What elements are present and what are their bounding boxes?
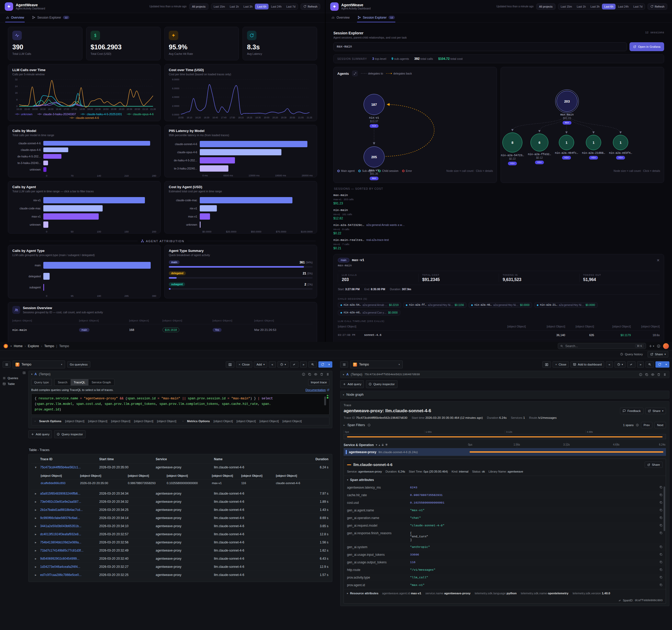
agent-node[interactable]: 203 xyxy=(556,91,577,112)
session-overview-row[interactable]: nix-main main 168 $16.1618 Yes Mar 20 21… xyxy=(12,324,313,335)
trace-row[interactable]: ▸ dc4013f51924f3eafaf932e8... 2026-03-20… xyxy=(31,530,330,538)
trace-id-link[interactable]: 71bd7c174149b85c77c81d3f... xyxy=(40,549,99,552)
avatar[interactable] xyxy=(663,343,669,349)
span-duration-bar[interactable] xyxy=(470,451,663,453)
range-button-last-7d[interactable]: Last 7d xyxy=(284,4,298,9)
session-tree-canvas[interactable]: 203max-main$91.23max8nix-a2a-54723…$0.22… xyxy=(505,78,660,168)
copy-icon[interactable] xyxy=(659,486,663,489)
agent-node[interactable]: 187 xyxy=(364,94,385,115)
bar-row[interactable]: nix-v1 xyxy=(12,196,156,204)
copy-icon[interactable] xyxy=(659,524,663,528)
help-icon[interactable] xyxy=(657,344,661,348)
query-history-button[interactable]: Query history xyxy=(617,351,645,357)
expand-row-icon[interactable]: ▸ xyxy=(31,500,40,504)
agent-node[interactable]: 1 xyxy=(586,135,601,150)
add-button[interactable]: Add▾ xyxy=(254,361,267,368)
trace-id-link[interactable]: dc4013f51924f3eafaf932e8... xyxy=(40,532,99,536)
expand-row-icon[interactable]: ▸ xyxy=(31,549,40,552)
add-query-button[interactable]: Add query xyxy=(340,380,364,388)
split-pane-button[interactable] xyxy=(226,361,234,368)
trace-row[interactable]: ▸ 9c990f66cfabe56f376c6ad... 2026-03-20 … xyxy=(31,514,330,522)
expand-all-icon[interactable]: ▴ xyxy=(379,444,380,446)
session-row[interactable]: nix-a2a-5472329c…a2a:general:Arnab wants… xyxy=(333,222,664,235)
attribute-row[interactable]: gen_ai.usage.output_tokens 116 xyxy=(344,559,666,566)
agent-node[interactable]: 1 xyxy=(613,135,628,150)
attribute-row[interactable]: gen_ai.operation.name "chat" xyxy=(344,514,666,522)
expand-row-icon[interactable]: ▸ xyxy=(31,532,40,536)
sidebar-item[interactable]: Queries xyxy=(3,377,26,380)
attribute-row[interactable]: cache.hit_rate 0.9867880735582931 xyxy=(344,492,666,499)
child-session-chip[interactable]: nix-a2a-46…a2a:general:Hey Ni…$0.0000 xyxy=(469,302,532,308)
timeline-row[interactable]: 03:27:27 PM sonnet-4.6 36,844 52 $0.1113… xyxy=(338,340,660,342)
trace-row[interactable]: ▸ a5a915f654839063244ffb6... 2026-03-20 … xyxy=(31,489,330,498)
span-id-link[interactable]: dcaffe8de866c893 xyxy=(41,481,80,485)
all-projects-button[interactable]: All projects xyxy=(189,3,209,10)
query-inspector-button[interactable]: Query inspector xyxy=(54,430,85,438)
attribute-row[interactable]: http.route "/v1/messages" xyxy=(344,566,666,574)
copy-icon[interactable] xyxy=(659,583,663,587)
expand-row-icon[interactable]: ▸ xyxy=(31,557,40,560)
time-shift-back-icon[interactable]: « xyxy=(606,361,613,368)
bar-row[interactable]: claude-opus-4-6 xyxy=(169,148,313,156)
time-shift-back-icon[interactable]: « xyxy=(269,361,275,368)
column-header[interactable]: Name xyxy=(214,457,307,461)
agent-node[interactable]: 1 xyxy=(559,135,574,150)
traceql-editor[interactable]: { resource.service.name = "agentweave-pr… xyxy=(31,394,330,415)
copy-icon[interactable] xyxy=(659,493,663,497)
collapse-one-icon[interactable]: ⇊ xyxy=(382,444,384,446)
copy-icon[interactable] xyxy=(659,545,663,549)
trash-icon[interactable] xyxy=(657,373,661,376)
trace-id-link[interactable]: 73e0492c33e91e9e2aa587... xyxy=(40,500,99,504)
add-query-button[interactable]: Add query xyxy=(28,430,52,438)
bar-row[interactable]: claude-opus-4-6 xyxy=(12,146,156,153)
resource-attributes-row[interactable]: ▸Resource attributes agentweave.agent.id… xyxy=(344,589,666,597)
share-trace-button[interactable]: Share▾ xyxy=(645,408,666,414)
column-header[interactable]: Start time xyxy=(99,457,156,461)
query-options-row[interactable]: ›Search Options [object Object][object O… xyxy=(31,417,330,425)
collapse-row-icon[interactable]: ▾ xyxy=(31,465,40,469)
close-icon[interactable]: ✕ xyxy=(656,258,660,262)
feedback-button[interactable]: Feedback xyxy=(620,408,643,414)
attribute-row[interactable]: cost.usd 0.10255800000000001 xyxy=(344,499,666,507)
trace-id-link[interactable]: 75c473cd44ff85b4ee562c1... xyxy=(40,465,99,469)
trace-id-link[interactable]: a5a915f654839063244ffb6... xyxy=(40,492,99,496)
expand-filters-icon[interactable]: ▸ xyxy=(344,424,345,426)
trace-id-link[interactable]: ed7c0f7caa286c7866e5ce0... xyxy=(40,573,99,577)
attribute-row[interactable]: gen_ai.request.model "claude-sonnet-4-6" xyxy=(344,522,666,530)
legend-item[interactable]: claude-opus-4-6 xyxy=(127,112,154,116)
span-row-selected[interactable]: agentweave-proxy llm.claude-sonnet-4-6 (… xyxy=(344,448,666,456)
breadcrumb-tempo[interactable]: Tempo xyxy=(44,344,54,348)
sidebar-item[interactable]: Table xyxy=(3,382,26,385)
span-subrow[interactable]: dcaffe8de866c893 2026-03-20 20:35:00 0.9… xyxy=(41,479,330,487)
trace-row[interactable]: ▸ ed7c0f7caa286c7866e5ce0... 2026-03-20 … xyxy=(31,571,330,579)
copy-icon[interactable] xyxy=(659,501,663,505)
bar-row[interactable]: unknown xyxy=(12,166,156,173)
new-button[interactable]: ▾ xyxy=(649,344,654,348)
collapse-all-icon[interactable]: ▾ xyxy=(376,444,377,446)
trace-id-link[interactable]: 3441a2e50d3b043b65351b... xyxy=(40,524,99,528)
bar-row[interactable]: claude-code-mac xyxy=(169,196,313,204)
zoom-out-icon[interactable] xyxy=(308,361,317,368)
attribute-row[interactable]: gen_ai.usage.input_tokens 33606 xyxy=(344,551,666,559)
range-button-last-3h[interactable]: Last 3h xyxy=(241,4,255,9)
legend-item[interactable]: unknown xyxy=(15,112,32,116)
bar-row[interactable]: main xyxy=(12,260,156,271)
bar-row[interactable]: te-3-haiku-20240... xyxy=(169,164,313,172)
scrollbar[interactable] xyxy=(664,486,665,531)
attribute-row[interactable]: prov.activity.type "llm_call" xyxy=(344,574,666,581)
bar-row[interactable]: claude-sonnet-4-6 xyxy=(12,140,156,146)
trace-id-link[interactable]: 9d5406992902c60454999... xyxy=(40,557,99,560)
chevron-down-icon[interactable]: ▾ xyxy=(10,345,12,347)
share-span-button[interactable]: Share xyxy=(645,461,663,468)
range-button-last-24h[interactable]: Last 24h xyxy=(268,4,284,9)
range-button-last-7d[interactable]: Last 7d xyxy=(631,4,645,9)
datasource-picker[interactable]: TTempo▾ xyxy=(350,360,403,369)
copy-icon[interactable] xyxy=(659,568,663,572)
bar-row[interactable]: de-haiku-4-5-202... xyxy=(12,153,156,159)
expand-query-icon[interactable]: ▸ xyxy=(343,373,344,376)
menu-icon[interactable] xyxy=(340,361,348,368)
open-in-grafana-button[interactable]: Open in Grafana xyxy=(629,42,664,51)
expand-row-icon[interactable]: ▸ xyxy=(31,492,40,496)
trace-id-link[interactable]: 754b413804bb109d2e089a... xyxy=(40,540,99,544)
legend-item[interactable]: claude-haiku-4-5-20251001 xyxy=(80,112,122,116)
